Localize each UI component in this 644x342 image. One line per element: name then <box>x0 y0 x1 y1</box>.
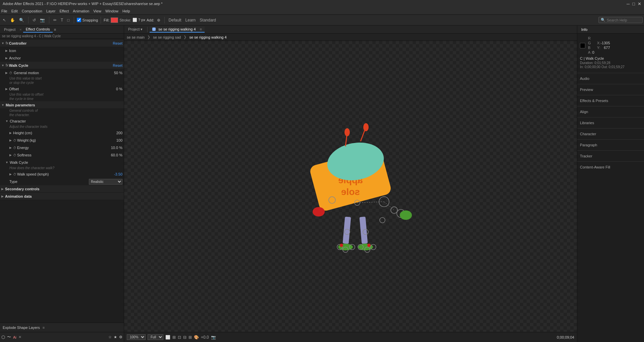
character-label[interactable]: Character <box>577 131 644 137</box>
ec-character-row[interactable]: ▼ Character <box>0 117 124 125</box>
menu-file[interactable]: File <box>1 9 7 13</box>
ec-anchor-row[interactable]: ▶ Anchor <box>0 54 124 62</box>
svg-line-30 <box>357 202 384 203</box>
frame-icon: ⬡ <box>1 335 5 340</box>
vp-btn-1[interactable]: ⬜ <box>165 335 170 340</box>
ec-animation-header[interactable]: ▶ Animation data <box>0 193 124 200</box>
tool-zoom[interactable]: 🔍 <box>18 17 25 23</box>
tool-hand[interactable]: ✋ <box>9 17 16 23</box>
menu-help[interactable]: Help <box>122 9 130 13</box>
tab-effect-controls[interactable]: Effect Controls <box>23 27 53 33</box>
menu-edit[interactable]: Edit <box>11 9 18 13</box>
comp-tab-main[interactable]: se se rigging walking 4 ≡ <box>150 27 205 33</box>
learn-button[interactable]: Learn <box>184 17 197 23</box>
effects-presets-label[interactable]: Effects & Presets <box>577 97 644 104</box>
quality-select[interactable]: Full <box>148 334 163 340</box>
type-select[interactable]: Realistic <box>89 179 122 185</box>
ec-section-walk-cycle: ▼ fx Walk Cycle Reset ▶ ⏱ General motion… <box>0 62 124 101</box>
search-help-input[interactable] <box>607 18 640 22</box>
mp-triangle: ▼ <box>1 103 4 107</box>
vp-btn-5[interactable]: ⊞ <box>189 335 192 340</box>
default-button[interactable]: Default <box>167 17 183 23</box>
menu-view[interactable]: View <box>93 9 101 13</box>
close-button[interactable]: ✕ <box>638 1 641 6</box>
ec-icon-row[interactable]: ▶ Icon <box>0 47 124 54</box>
energy-triangle: ▶ <box>9 146 12 149</box>
ec-walk-speed-row[interactable]: ▶ ⏱ Walk speed (kmph) -3.50 <box>0 170 124 178</box>
menu-animation[interactable]: Animation <box>73 9 89 13</box>
explode-menu-icon[interactable]: ≡ <box>43 326 45 330</box>
tool-rotate[interactable]: ↺ <box>31 17 37 23</box>
gear-icon[interactable]: ⚙ <box>119 335 122 339</box>
paragraph-label[interactable]: Paragraph <box>577 142 644 148</box>
minimize-button[interactable]: ─ <box>627 1 630 6</box>
align-label[interactable]: Align <box>577 108 644 115</box>
vp-btn-3[interactable]: ⊡ <box>178 335 181 340</box>
vp-btn-8[interactable]: 📷 <box>211 335 216 340</box>
wc-triangle: ▼ <box>1 64 4 67</box>
vp-btn-2[interactable]: ⊞ <box>172 335 176 340</box>
comp-nav-walking[interactable]: se se rigging walking 4 <box>189 35 226 39</box>
comp-menu-icon[interactable]: ≡ <box>200 27 202 31</box>
ec-general-motion-row[interactable]: ▶ ⏱ General motion 50 % <box>0 69 124 77</box>
vp-btn-6[interactable]: 🎨 <box>194 335 199 340</box>
toolbar-separator-5 <box>164 17 165 23</box>
snapping-checkbox[interactable] <box>77 18 81 22</box>
add-label: Add: <box>147 18 154 22</box>
ec-height-row[interactable]: ▶ Height (cm) 200 <box>0 129 124 137</box>
ec-menu-icon[interactable]: ≡ <box>54 28 56 32</box>
triangle-icon: ▼ <box>1 42 4 45</box>
ec-energy-row[interactable]: ▶ ⏱ Energy 10.0 % <box>0 144 124 151</box>
star-icon[interactable]: ☆ <box>108 335 112 339</box>
explode-label: Explode Shape Layers <box>3 326 40 330</box>
ec-secondary-header[interactable]: ▶ Secondary controls <box>0 185 124 193</box>
standard-button[interactable]: Standard <box>198 17 217 23</box>
comp-nav-main[interactable]: se se main <box>127 35 145 39</box>
menu-effect[interactable]: Effect <box>59 9 69 13</box>
zoom-select[interactable]: 100% <box>127 334 146 340</box>
comp-color-dot <box>152 28 156 31</box>
ec-softness-row[interactable]: ▶ ⏱ Softness 60.0 % <box>0 151 124 159</box>
add-button[interactable]: ⊕ <box>156 17 162 23</box>
comp-tab-project-label: Project ▾ <box>128 27 143 32</box>
ec-weight-row[interactable]: ▶ ⏱ Weight (kg) 100 <box>0 137 124 144</box>
ec-walk-cycle-header[interactable]: ▼ fx Walk Cycle Reset <box>0 62 124 69</box>
tool-camera[interactable]: 📷 <box>39 17 46 23</box>
vp-btn-4[interactable]: ⊟ <box>183 335 186 340</box>
maximize-button[interactable]: □ <box>632 1 635 6</box>
menu-layer[interactable]: Layer <box>46 9 56 13</box>
tool-pen[interactable]: ✏ <box>52 17 58 23</box>
info-comp-name: C | Walk Cycle <box>580 56 641 60</box>
ec-type-row[interactable]: Type Realistic <box>0 178 124 185</box>
tool-shape[interactable]: □ <box>66 17 71 23</box>
audio-label[interactable]: Audio <box>577 75 644 82</box>
libraries-label[interactable]: Libraries <box>577 119 644 126</box>
close-small-icon[interactable]: ✕ <box>18 335 21 339</box>
content-aware-fill-label[interactable]: Content-Aware Fill <box>577 164 644 170</box>
comp-nav-sad[interactable]: se se rigging sad <box>153 35 181 39</box>
controller-reset[interactable]: Reset <box>113 41 122 45</box>
ec-main-params-header[interactable]: ▼ Main parameters <box>0 101 124 109</box>
tracker-label[interactable]: Tracker <box>577 153 644 159</box>
icon-triangle: ▶ <box>5 49 8 52</box>
ec-walk-cycle-sub-row[interactable]: ▼ Walk Cycle <box>0 159 124 166</box>
menu-composition[interactable]: Composition <box>22 9 42 13</box>
fill-color-swatch[interactable] <box>111 17 118 23</box>
tool-select[interactable]: ↖ <box>1 17 7 23</box>
walk-cycle-reset[interactable]: Reset <box>113 63 122 67</box>
window-controls[interactable]: ─ □ ✕ <box>627 1 641 6</box>
preview-label[interactable]: Preview <box>577 86 644 93</box>
comp-tab-project[interactable]: Project ▾ <box>125 27 145 32</box>
ec-offset-row[interactable]: ▶ Offset 0 % <box>0 85 124 93</box>
star-filled-icon[interactable]: ★ <box>114 335 117 339</box>
search-help[interactable]: 🔍 <box>598 17 643 23</box>
svg-point-26 <box>340 244 343 247</box>
menu-window[interactable]: Window <box>105 9 118 13</box>
tab-project[interactable]: Project <box>1 27 18 32</box>
tab-info[interactable]: Info <box>579 27 590 32</box>
main-layout: Project × Effect Controls ≡ se se riggin… <box>0 26 644 342</box>
ec-controller-header[interactable]: ▼ fx Controller Reset <box>0 40 124 47</box>
vp-btn-7[interactable]: +0.0 <box>201 335 209 340</box>
tool-text[interactable]: T <box>59 17 64 23</box>
anchor-triangle: ▶ <box>5 56 8 60</box>
